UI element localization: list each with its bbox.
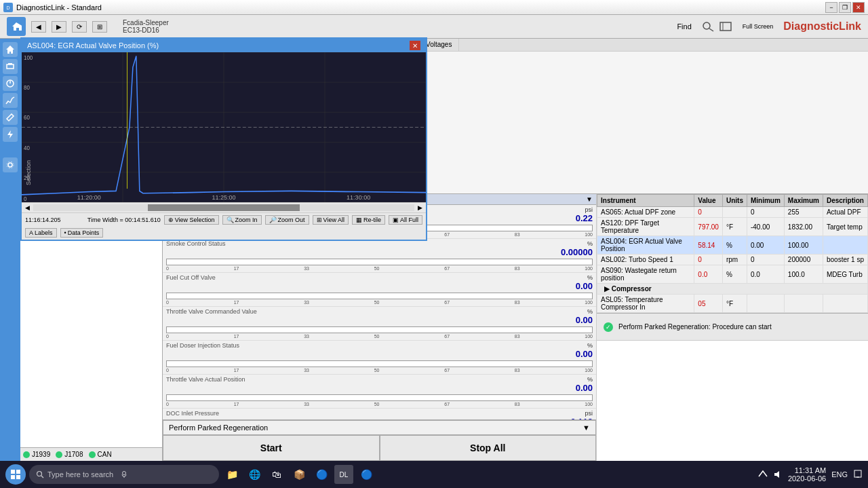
diagnostic-logo: DiagnosticLink <box>783 20 861 33</box>
inst-name: AS065: Actual DPF zone <box>597 207 694 218</box>
svg-rect-4 <box>720 22 731 31</box>
param-bar-labels: 01733506783100 <box>166 266 593 271</box>
svg-marker-37 <box>774 471 779 478</box>
back-button[interactable]: ◀ <box>31 21 46 33</box>
instrument-row[interactable]: ▶ Compressor <box>597 284 868 295</box>
inst-desc: MDEG Turb <box>823 265 867 284</box>
sidebar-home[interactable] <box>3 42 18 57</box>
close-button[interactable]: ✕ <box>852 2 865 13</box>
param-bar <box>166 360 593 367</box>
param-name: Throttle Valve Commanded Value% <box>166 308 593 315</box>
svg-marker-10 <box>7 130 13 138</box>
taskbar-clock: 11:31 AM 2020-06-06 <box>788 466 826 483</box>
group-header: ▶ Compressor <box>597 284 868 295</box>
instrument-row[interactable]: ASL004: EGR Actual Valve Position 58.14 … <box>597 236 868 255</box>
param-name: Fuel Doser Injection Status% <box>166 342 593 349</box>
sidebar-engine[interactable] <box>3 59 18 74</box>
svg-text:D: D <box>6 5 9 10</box>
taskbar-ie[interactable]: 🌐 <box>245 465 264 484</box>
taskbar-explorer[interactable]: 📁 <box>222 465 241 484</box>
zoom-out-button[interactable]: 🔎 Zoom Out <box>265 215 309 225</box>
start-button[interactable] <box>5 464 26 485</box>
regen-dropdown[interactable]: Perform Parked Regeneration ▼ <box>163 420 596 435</box>
graph-time-2: 11:25:00 <box>212 194 235 201</box>
search-icon[interactable] <box>702 21 715 32</box>
inst-value: 58.14 <box>694 236 723 255</box>
inst-min: -40.00 <box>747 218 784 236</box>
inst-min: 0.00 <box>747 236 784 255</box>
graph-popup: ASL004: EGR Actual Valve Position (%) ✕ … <box>20 37 427 241</box>
taskbar-dl[interactable]: DL <box>334 465 353 484</box>
taskbar-store[interactable]: 🛍 <box>267 465 286 484</box>
status-icon: ✓ <box>604 322 613 332</box>
scroll-bar[interactable] <box>33 204 414 211</box>
sidebar-settings[interactable] <box>3 157 18 172</box>
notification-icon[interactable] <box>853 470 863 479</box>
status-j1939: J1939 <box>23 451 50 458</box>
full-screen-label[interactable]: Full Screen <box>743 23 774 30</box>
forward-button[interactable]: ▶ <box>52 21 66 33</box>
graph-time-labels: 11:20:00 11:25:00 11:30:00 <box>22 194 426 201</box>
instrument-row[interactable]: AS090: Wastegate return position 0.0 % 0… <box>597 265 868 284</box>
inst-col-header: Description <box>823 195 867 207</box>
scroll-thumb[interactable] <box>148 204 300 211</box>
taskbar: Type here to search 📁 🌐 🛍 📦 🔵 DL 🔵 11:31… <box>0 461 868 488</box>
home-icon[interactable] <box>7 17 26 36</box>
inst-min: 0 <box>747 207 784 218</box>
instrument-row[interactable]: AS120: DPF Target Temperature 797.00 °F … <box>597 218 868 236</box>
svg-rect-32 <box>16 475 20 479</box>
can-dot <box>89 451 96 458</box>
start-button[interactable]: Start <box>163 435 380 461</box>
svg-rect-29 <box>11 470 15 474</box>
param-value: 0.00 <box>166 281 593 291</box>
taskbar-chrome[interactable]: 🔵 <box>357 465 376 484</box>
taskbar-search-icon <box>36 470 44 478</box>
j1939-dot <box>23 451 30 458</box>
param-bar-labels: 01733506783100 <box>166 300 593 305</box>
copy-button[interactable]: ⊞ <box>92 21 107 33</box>
refresh-button[interactable]: ⟳ <box>72 21 87 33</box>
svg-point-33 <box>37 472 42 476</box>
restore-button[interactable]: ❐ <box>839 2 851 13</box>
sidebar-chart[interactable] <box>3 93 18 108</box>
logo-area: Find Full Screen DiagnosticLink <box>677 20 861 33</box>
taskbar-search[interactable]: Type here to search <box>29 465 219 484</box>
scroll-left[interactable]: ◀ <box>25 204 30 211</box>
instrument-row[interactable]: ASL002: Turbo Speed 1 0 rpm 0 200000 boo… <box>597 255 868 265</box>
find-label: Find <box>677 22 691 31</box>
re-tile-button[interactable]: ▦ Re-tile <box>352 215 385 225</box>
inst-col-header: Units <box>722 195 747 207</box>
graph-time-1: 11:20:00 <box>77 194 101 201</box>
can-label: CAN <box>98 451 112 458</box>
graph-close-button[interactable]: ✕ <box>410 41 420 50</box>
param-bar-labels: 01733506783100 <box>166 334 593 339</box>
scroll-right[interactable]: ▶ <box>418 204 422 211</box>
all-full-button[interactable]: ▣ All Full <box>389 215 422 225</box>
minimize-button[interactable]: − <box>825 2 837 13</box>
sidebar-gauge[interactable] <box>3 76 18 91</box>
instrument-row[interactable]: AS065: Actual DPF zone 0 0 255 Actual DP… <box>597 207 868 218</box>
view-all-button[interactable]: ⊞ View All <box>313 215 349 225</box>
inst-max: 100.0 <box>784 265 823 284</box>
sidebar-flash[interactable] <box>3 127 18 142</box>
status-j1708: J1708 <box>56 451 83 458</box>
left-sidebar <box>0 39 20 461</box>
stop-all-button[interactable]: Stop All <box>380 435 597 461</box>
instrument-row[interactable]: ASL05: Temperature Compressor In 05 °F <box>597 295 868 313</box>
sidebar-tools[interactable] <box>3 110 18 125</box>
inst-col-header: Minimum <box>747 195 784 207</box>
inst-name: ASL05: Temperature Compressor In <box>597 295 694 313</box>
data-points-button[interactable]: • Data Points <box>60 228 104 238</box>
svg-text:60: 60 <box>24 114 30 121</box>
inst-min <box>747 295 784 313</box>
labels-button[interactable]: A Labels <box>25 228 57 238</box>
inst-units: rpm <box>722 255 747 265</box>
view-selection-button[interactable]: ⊕ View Selection <box>164 215 219 225</box>
zoom-in-button[interactable]: 🔍 Zoom In <box>222 215 262 225</box>
svg-rect-6 <box>7 64 14 69</box>
graph-toolbar: 11:16:14.205 Time Width = 00:14:51.610 ⊕… <box>22 212 426 240</box>
instrument-table-header: InstrumentValueUnitsMinimumMaximumDescri… <box>597 195 868 207</box>
taskbar-edge[interactable]: 🔵 <box>312 465 331 484</box>
taskbar-dropbox[interactable]: 📦 <box>290 465 309 484</box>
settings-icon[interactable] <box>719 21 732 32</box>
